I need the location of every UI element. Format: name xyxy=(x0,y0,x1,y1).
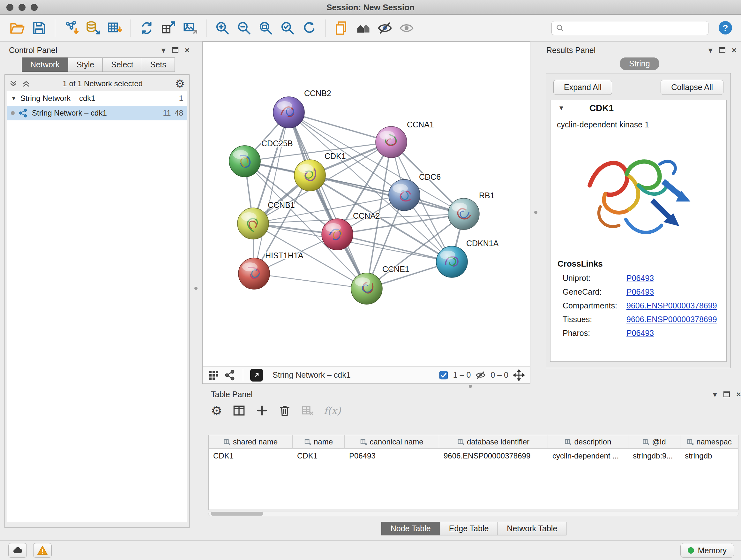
expand-all-button[interactable]: Expand All xyxy=(553,80,612,95)
network-share-icon[interactable] xyxy=(224,369,236,381)
open-session-button[interactable] xyxy=(8,17,27,39)
network-node-CCNB1[interactable] xyxy=(238,208,269,239)
open-in-browser-button[interactable] xyxy=(250,369,263,381)
network-node-CCNE1[interactable] xyxy=(351,273,382,304)
zoom-selected-button[interactable] xyxy=(278,17,297,39)
network-options-gear-icon[interactable]: ⚙ xyxy=(175,77,185,90)
zoom-fit-button[interactable] xyxy=(256,17,275,39)
close-window-button[interactable] xyxy=(6,4,13,11)
column-header-shared-name[interactable]: shared name xyxy=(209,435,293,448)
network-node-CDKN1A[interactable] xyxy=(436,246,468,277)
table-cell[interactable]: stringdb:9... xyxy=(628,449,680,463)
network-row[interactable]: String Network – cdk1 11 48 xyxy=(7,106,187,120)
tab-style[interactable]: Style xyxy=(68,57,103,72)
export-image-button[interactable] xyxy=(181,17,200,39)
close-panel-icon[interactable]: × xyxy=(185,46,190,54)
copy-style-button[interactable] xyxy=(332,17,351,39)
minimize-window-button[interactable] xyxy=(18,4,25,11)
network-collection-row[interactable]: ▼ String Network – cdk1 1 xyxy=(7,91,187,106)
selected-checkbox-icon[interactable] xyxy=(439,370,449,380)
float-panel-icon[interactable] xyxy=(172,47,179,53)
warnings-button[interactable] xyxy=(33,543,52,558)
help-button[interactable]: ? xyxy=(718,20,733,36)
column-header-description[interactable]: description xyxy=(548,435,628,448)
network-node-CDK1[interactable] xyxy=(294,160,326,191)
collection-disclosure-icon[interactable]: ▼ xyxy=(11,95,17,102)
table-cell[interactable]: 9606.ENSP00000378699 xyxy=(439,449,548,463)
right-splitter-handle[interactable] xyxy=(534,211,537,214)
float-panel-icon[interactable] xyxy=(724,391,730,397)
panel-menu-icon[interactable]: ▾ xyxy=(161,46,165,54)
save-session-button[interactable] xyxy=(29,17,49,39)
zoom-in-button[interactable] xyxy=(213,17,232,39)
scrollbar-thumb[interactable] xyxy=(211,512,263,516)
close-panel-icon[interactable]: × xyxy=(736,390,741,398)
new-network-from-selection-button[interactable] xyxy=(159,17,178,39)
create-column-plus-icon[interactable] xyxy=(256,404,268,417)
crosslink-link[interactable]: P06493 xyxy=(626,328,654,338)
horizontal-splitter-handle[interactable] xyxy=(469,385,472,388)
column-header-label: shared name xyxy=(233,437,278,446)
table-options-gear-icon[interactable]: ⚙ xyxy=(211,403,222,418)
left-splitter-handle[interactable] xyxy=(194,287,198,290)
table-horizontal-scrollbar[interactable] xyxy=(208,511,738,516)
zoom-out-button[interactable] xyxy=(234,17,254,39)
delete-column-trash-icon[interactable] xyxy=(278,404,291,417)
network-node-HIST1H1A[interactable] xyxy=(239,258,270,289)
table-cell[interactable]: cyclin-dependent ... xyxy=(548,449,628,463)
zoom-window-button[interactable] xyxy=(30,4,38,11)
show-columns-icon[interactable] xyxy=(232,403,246,418)
tab-sets[interactable]: Sets xyxy=(142,57,175,72)
show-graphics-details-button[interactable] xyxy=(397,17,416,39)
collapse-all-button[interactable]: Collapse All xyxy=(661,80,724,95)
clone-network-button[interactable] xyxy=(137,17,156,39)
pan-move-icon[interactable] xyxy=(513,369,525,381)
column-header-namespac[interactable]: namespac xyxy=(680,435,738,448)
network-node-CDC25B[interactable] xyxy=(229,145,260,177)
network-node-CCNA1[interactable] xyxy=(376,126,407,158)
import-table-button[interactable] xyxy=(105,17,124,39)
table-cell[interactable]: stringdb xyxy=(680,449,738,463)
table-cell[interactable]: CDK1 xyxy=(293,449,345,463)
hidden-eye-slash-icon[interactable] xyxy=(475,370,486,381)
crosslink-link[interactable]: 9606.ENSP00000378699 xyxy=(626,301,717,310)
table-cell[interactable]: CDK1 xyxy=(209,449,293,463)
import-network-database-button[interactable] xyxy=(83,17,103,39)
crosslink-link[interactable]: 9606.ENSP00000378699 xyxy=(626,315,717,324)
table-row[interactable]: CDK1CDK1P064939606.ENSP00000378699cyclin… xyxy=(209,449,738,463)
tab-select[interactable]: Select xyxy=(103,57,142,72)
hide-graphics-details-button[interactable] xyxy=(375,17,394,39)
tab-network-table[interactable]: Network Table xyxy=(497,522,566,536)
crosslink-link[interactable]: P06493 xyxy=(626,287,654,297)
birdseye-grid-icon[interactable] xyxy=(208,369,219,381)
network-node-CCNB2[interactable] xyxy=(273,97,305,128)
network-node-RB1[interactable] xyxy=(448,198,479,230)
float-panel-icon[interactable] xyxy=(719,47,725,53)
refresh-layout-button[interactable] xyxy=(300,17,319,39)
panel-menu-icon[interactable]: ▾ xyxy=(713,390,717,398)
panel-menu-icon[interactable]: ▾ xyxy=(709,46,713,54)
session-compare-button[interactable] xyxy=(354,17,373,39)
network-canvas[interactable]: CCNB2CCNA1CDC25BCDK1CDC6RB1CCNB1CCNA2CDK… xyxy=(203,42,530,366)
search-input[interactable] xyxy=(568,23,704,33)
import-network-file-button[interactable] xyxy=(62,17,81,39)
protein-card-header[interactable]: ▼ CDK1 xyxy=(550,100,726,116)
collapse-all-icon[interactable] xyxy=(9,79,17,88)
table-cell[interactable]: P06493 xyxy=(345,449,439,463)
network-node-CCNA2[interactable] xyxy=(322,219,353,250)
network-node-CDC6[interactable] xyxy=(389,179,420,211)
cloud-status-button[interactable] xyxy=(8,543,27,558)
crosslink-link[interactable]: P06493 xyxy=(626,273,654,283)
column-header-database-identifier[interactable]: database identifier xyxy=(439,435,548,448)
tab-network[interactable]: Network xyxy=(22,57,68,72)
column-header-name[interactable]: name xyxy=(293,435,345,448)
close-panel-icon[interactable]: × xyxy=(732,46,737,54)
column-header-canonical-name[interactable]: canonical name xyxy=(345,435,439,448)
tab-node-table[interactable]: Node Table xyxy=(381,522,440,536)
column-header--id[interactable]: @id xyxy=(628,435,680,448)
expand-all-icon[interactable] xyxy=(22,79,30,88)
memory-button[interactable]: Memory xyxy=(680,543,734,558)
string-tab-badge[interactable]: String xyxy=(620,57,659,70)
tab-edge-table[interactable]: Edge Table xyxy=(440,522,498,536)
protein-disclosure-icon[interactable]: ▼ xyxy=(558,105,564,112)
